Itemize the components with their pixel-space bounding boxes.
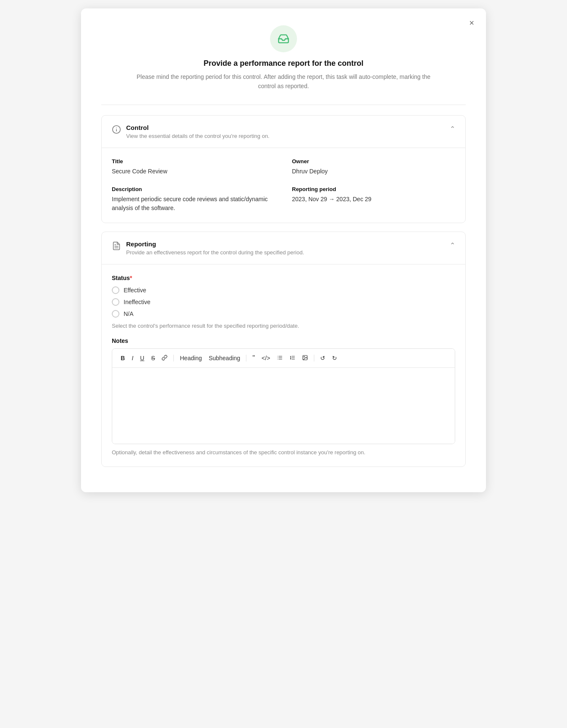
- inbox-icon: [278, 33, 289, 45]
- title-field: Title Secure Code Review: [112, 158, 275, 176]
- toolbar-subheading[interactable]: Subheading: [206, 353, 243, 363]
- reporting-period-field: Reporting period 2023, Nov 29 → 2023, De…: [292, 186, 455, 213]
- title-label: Title: [112, 158, 275, 164]
- toolbar-undo[interactable]: ↺: [318, 353, 328, 363]
- toolbar-code[interactable]: </>: [259, 353, 273, 363]
- toolbar-strikethrough[interactable]: S: [148, 353, 157, 363]
- reporting-section: Reporting Provide an effectiveness repor…: [101, 232, 466, 467]
- notes-editor: B I U S Heading Subheading " <: [112, 348, 455, 444]
- reporting-section-desc: Provide an effectiveness report for the …: [126, 249, 304, 256]
- toolbar-italic[interactable]: I: [129, 353, 136, 363]
- toolbar-image[interactable]: [300, 353, 310, 363]
- performance-report-modal: × Provide a performance report for the c…: [81, 8, 486, 492]
- svg-point-15: [304, 356, 305, 357]
- control-detail-grid: Title Secure Code Review Owner Dhruv Dep…: [112, 158, 455, 213]
- reporting-section-header: Reporting Provide an effectiveness repor…: [102, 232, 465, 264]
- description-label: Description: [112, 186, 275, 192]
- status-hint: Select the control's performance result …: [112, 323, 455, 329]
- control-section-header: Control View the essential details of th…: [102, 116, 465, 148]
- toolbar-link[interactable]: [159, 353, 170, 363]
- status-effective-label: Effective: [124, 287, 146, 294]
- reporting-title-group: Reporting Provide an effectiveness repor…: [126, 240, 304, 256]
- control-section-desc: View the essential details of the contro…: [126, 133, 270, 139]
- modal-header: Provide a performance report for the con…: [101, 25, 466, 91]
- status-na[interactable]: N/A: [112, 310, 455, 318]
- reporting-collapse-button[interactable]: ⌃: [450, 241, 455, 249]
- close-button[interactable]: ×: [467, 17, 476, 29]
- radio-effective[interactable]: [112, 286, 119, 294]
- control-title-group: Control View the essential details of th…: [126, 124, 270, 139]
- control-section-body: Title Secure Code Review Owner Dhruv Dep…: [102, 148, 465, 223]
- notes-hint: Optionally, detail the effectiveness and…: [112, 448, 455, 457]
- modal-title: Provide a performance report for the con…: [101, 59, 466, 68]
- toolbar-divider-1: [173, 355, 174, 361]
- owner-label: Owner: [292, 158, 455, 164]
- reporting-period-label: Reporting period: [292, 186, 455, 192]
- owner-value: Dhruv Deploy: [292, 167, 455, 176]
- editor-toolbar: B I U S Heading Subheading " <: [112, 349, 455, 368]
- notes-label: Notes: [112, 337, 455, 344]
- control-collapse-button[interactable]: ⌃: [450, 125, 455, 133]
- modal-subtitle: Please mind the reporting period for thi…: [136, 72, 431, 91]
- description-value: Implement periodic secure code reviews a…: [112, 195, 275, 213]
- control-section-header-left: Control View the essential details of th…: [112, 124, 270, 139]
- title-value: Secure Code Review: [112, 167, 275, 176]
- control-section: Control View the essential details of th…: [101, 115, 466, 223]
- control-section-title: Control: [126, 124, 270, 131]
- status-ineffective-label: Ineffective: [124, 299, 151, 305]
- header-divider: [101, 105, 466, 105]
- toolbar-underline[interactable]: U: [138, 353, 147, 363]
- file-icon: [112, 241, 121, 251]
- reporting-section-title: Reporting: [126, 240, 304, 248]
- notes-editor-content[interactable]: [112, 368, 455, 444]
- toolbar-divider-2: [246, 355, 246, 361]
- toolbar-bullet-list[interactable]: [274, 353, 285, 363]
- status-label: Status*: [112, 275, 455, 281]
- reporting-section-body: Status* Effective Ineffective N/A Select…: [102, 264, 465, 467]
- description-field: Description Implement periodic secure co…: [112, 186, 275, 213]
- radio-na[interactable]: [112, 310, 119, 318]
- radio-ineffective[interactable]: [112, 298, 119, 306]
- toolbar-divider-3: [314, 355, 314, 361]
- owner-field: Owner Dhruv Deploy: [292, 158, 455, 176]
- info-icon: [112, 125, 121, 134]
- toolbar-redo[interactable]: ↻: [329, 353, 340, 363]
- reporting-period-value: 2023, Nov 29 → 2023, Dec 29: [292, 195, 455, 204]
- status-na-label: N/A: [124, 310, 133, 317]
- status-radio-group: Effective Ineffective N/A: [112, 286, 455, 318]
- status-ineffective[interactable]: Ineffective: [112, 298, 455, 306]
- toolbar-quote[interactable]: ": [250, 353, 257, 363]
- toolbar-bold[interactable]: B: [118, 353, 127, 363]
- header-icon-wrapper: [270, 25, 297, 52]
- toolbar-ordered-list[interactable]: [287, 353, 298, 363]
- status-effective[interactable]: Effective: [112, 286, 455, 294]
- toolbar-heading[interactable]: Heading: [177, 353, 204, 363]
- reporting-section-header-left: Reporting Provide an effectiveness repor…: [112, 240, 304, 256]
